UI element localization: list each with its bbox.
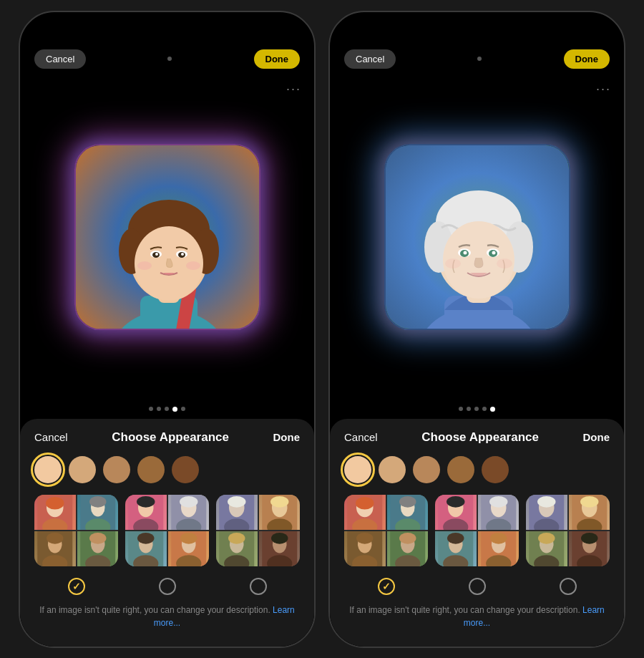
- radio-circle-2-left[interactable]: [159, 578, 176, 595]
- style-card-2-right[interactable]: [435, 495, 519, 566]
- style-card-3-left[interactable]: [216, 495, 300, 566]
- style-card-1-left[interactable]: [34, 495, 118, 566]
- svg-point-101: [447, 495, 464, 507]
- style-cell-r3a: [526, 495, 567, 530]
- page-dot-2: [157, 407, 161, 411]
- svg-point-121: [580, 495, 598, 507]
- svg-point-113: [489, 532, 507, 543]
- page-dot-4-active: [172, 407, 177, 412]
- phone-right: Cancel Done ···: [328, 11, 625, 648]
- done-button-bottom-right[interactable]: Done: [582, 431, 610, 443]
- skin-tone-5-right[interactable]: [482, 456, 509, 483]
- phone-content-right: ···: [330, 74, 624, 647]
- avatar-section-right: ···: [330, 74, 624, 400]
- radio-circle-1-left[interactable]: ✓: [68, 578, 85, 595]
- style-cell-1d: [77, 531, 119, 566]
- svg-point-32: [89, 532, 106, 543]
- style-card-2-left[interactable]: [125, 495, 209, 566]
- style-card-3-right[interactable]: [526, 495, 610, 566]
- done-button-top-left[interactable]: Done: [254, 49, 301, 69]
- style-cell-3b: [259, 495, 301, 530]
- svg-point-89: [399, 495, 416, 507]
- bottom-header-right: Cancel Choose Appearance Done: [330, 419, 624, 453]
- svg-point-24: [89, 495, 106, 507]
- done-button-bottom-left[interactable]: Done: [273, 431, 300, 443]
- style-cell-2a: [125, 495, 167, 530]
- style-cell-2b: [168, 495, 210, 530]
- page-dot-r3: [474, 407, 479, 411]
- radio-circle-1-right[interactable]: ✓: [378, 578, 395, 595]
- skin-tone-4-right[interactable]: [447, 456, 474, 483]
- svg-point-16: [137, 261, 152, 270]
- radio-item-3-right: [526, 578, 610, 595]
- skin-tone-2-left[interactable]: [69, 456, 96, 483]
- avatar-frame-left: [74, 144, 260, 330]
- svg-point-97: [399, 532, 416, 543]
- style-cell-r2a: [435, 495, 477, 530]
- skin-tone-5-left[interactable]: [172, 456, 199, 483]
- cancel-button-top-right[interactable]: Cancel: [344, 49, 396, 69]
- more-options-right[interactable]: ···: [596, 82, 611, 97]
- skin-tone-3-left[interactable]: [103, 456, 130, 483]
- more-options-left[interactable]: ···: [286, 82, 301, 97]
- style-cell-1c: [34, 531, 76, 566]
- style-cell-r1a: [344, 495, 386, 530]
- radio-item-3-left: [216, 578, 300, 595]
- skin-tone-2-right[interactable]: [379, 456, 406, 483]
- bottom-header-left: Cancel Choose Appearance Done: [20, 419, 314, 453]
- svg-point-44: [137, 532, 155, 543]
- cancel-button-bottom-left[interactable]: Cancel: [34, 431, 68, 443]
- page-dot-r4: [482, 407, 487, 411]
- style-cell-r3d: [569, 531, 610, 566]
- svg-point-85: [356, 496, 374, 509]
- skin-tone-1-left[interactable]: [34, 456, 62, 483]
- radio-item-1-left: ✓: [34, 578, 118, 595]
- bottom-text-right: If an image isn't quite right, you can c…: [330, 601, 624, 632]
- cancel-button-top-left[interactable]: Cancel: [34, 49, 86, 69]
- style-cell-3a: [216, 495, 258, 530]
- svg-point-14: [155, 253, 158, 256]
- svg-point-105: [489, 495, 507, 507]
- svg-point-28: [47, 532, 64, 543]
- svg-point-129: [580, 532, 597, 543]
- checkmark-left: ✓: [72, 581, 81, 592]
- bottom-title-left: Choose Appearance: [112, 430, 229, 445]
- style-cell-3d: [259, 531, 301, 566]
- page-dots-left: [20, 400, 314, 419]
- svg-point-82: [497, 258, 512, 268]
- page-dot-5: [181, 407, 185, 411]
- radio-circle-3-left[interactable]: [250, 578, 267, 595]
- svg-point-125: [538, 532, 555, 543]
- radio-circle-3-right[interactable]: [560, 578, 577, 595]
- svg-point-52: [228, 495, 245, 507]
- page-dot-3: [165, 407, 169, 411]
- style-cell-r3b: [569, 495, 610, 530]
- style-card-1-right[interactable]: [344, 495, 428, 566]
- svg-point-93: [356, 532, 374, 543]
- top-bar-right: Cancel Done: [330, 44, 624, 74]
- radio-item-2-right: [435, 578, 519, 595]
- style-cell-r3c: [526, 531, 567, 566]
- page-dot-1: [149, 407, 153, 411]
- style-cell-r2b: [478, 495, 519, 530]
- done-button-top-right[interactable]: Done: [564, 49, 610, 69]
- skin-tone-3-right[interactable]: [413, 456, 440, 483]
- page-dot-r1: [459, 407, 463, 411]
- phone-left: Cancel Done ···: [19, 11, 316, 648]
- style-grid-right: [330, 492, 624, 574]
- radio-circle-2-right[interactable]: [469, 578, 486, 595]
- avatar-section-left: ···: [20, 74, 314, 400]
- avatar-bg-right: [386, 145, 569, 329]
- style-cell-r1d: [387, 531, 429, 566]
- cancel-button-bottom-right[interactable]: Cancel: [344, 431, 378, 443]
- bottom-panel-right: Cancel Choose Appearance Done: [330, 419, 624, 647]
- radio-item-2-left: [125, 578, 209, 595]
- avatar-frame-right: [384, 144, 570, 330]
- style-grid-left: [20, 492, 314, 574]
- page-dot-r5-active: [490, 407, 495, 412]
- skin-tone-4-left[interactable]: [137, 456, 165, 483]
- skin-tones-right: [330, 453, 624, 492]
- svg-point-56: [270, 495, 288, 507]
- svg-point-79: [463, 251, 467, 254]
- skin-tone-1-right[interactable]: [344, 456, 371, 483]
